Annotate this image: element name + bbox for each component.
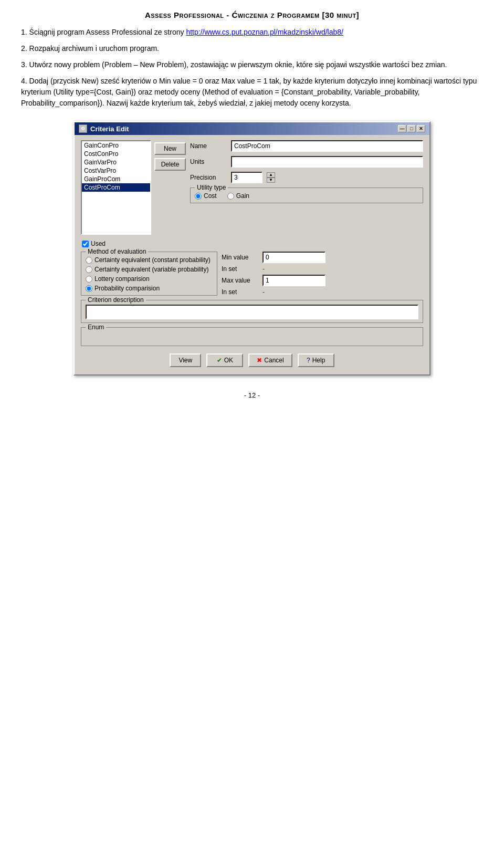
max-value-label: Max value bbox=[222, 277, 258, 284]
link-1[interactable]: http://www.cs.put.poznan.pl/mkadzinski/w… bbox=[186, 28, 343, 36]
max-value-row: Max value bbox=[222, 275, 423, 286]
minimize-button[interactable]: — bbox=[398, 125, 406, 132]
list-and-btns: GainConPro CostConPro GainVarPro CostVar… bbox=[81, 140, 186, 235]
min-value-row: Min value bbox=[222, 252, 423, 263]
item-num-3: 3. bbox=[21, 60, 27, 69]
in-set-value-2: - bbox=[262, 288, 265, 296]
instruction-item-3: 3. Utwórz nowy problem (Problem – New Pr… bbox=[21, 59, 483, 70]
in-set-label-1: In set bbox=[222, 265, 258, 273]
max-value-input[interactable] bbox=[262, 275, 326, 286]
cancel-label: Cancel bbox=[264, 357, 284, 364]
item-num-1: 1. bbox=[21, 28, 27, 36]
list-item-gainconpro[interactable]: GainConPro bbox=[82, 141, 150, 150]
precision-spinner[interactable]: ▲ ▼ bbox=[267, 172, 275, 183]
min-value-label: Min value bbox=[222, 254, 258, 261]
close-button[interactable]: ✕ bbox=[417, 125, 425, 132]
utility-gain-item: Gain bbox=[227, 192, 249, 200]
instruction-item-1: 1. Ściągnij program Assess Professional … bbox=[21, 27, 483, 38]
precision-label: Precision bbox=[190, 174, 227, 181]
utility-gain-label: Gain bbox=[236, 192, 249, 200]
enum-group: Enum bbox=[81, 327, 423, 346]
mid-row: Method of evaluation Certainty equivalen… bbox=[81, 252, 423, 296]
list-item-gainvarpro[interactable]: GainVarPro bbox=[82, 158, 150, 166]
in-set-label-2: In set bbox=[222, 288, 258, 296]
dialog-body: GainConPro CostConPro GainVarPro CostVar… bbox=[75, 135, 429, 374]
cancel-icon: ✖ bbox=[257, 357, 262, 364]
cancel-button[interactable]: ✖ Cancel bbox=[248, 353, 292, 367]
ok-icon: ✔ bbox=[217, 357, 222, 364]
dialog-titlebar: ⚙ Criteria Edit — □ ✕ bbox=[75, 122, 429, 135]
utility-type-legend: Utility type bbox=[195, 184, 228, 191]
method-option-1: Certainty equivalent (variable probabili… bbox=[86, 266, 213, 273]
new-button[interactable]: New bbox=[154, 142, 186, 155]
item-text-1: Ściągnij program Assess Professional ze … bbox=[29, 28, 186, 36]
utility-type-group: Utility type Cost Gain bbox=[190, 187, 423, 203]
item-text-4: Dodaj (przycisk New) sześć kryteriów o M… bbox=[21, 77, 477, 107]
units-row: Units bbox=[190, 156, 423, 168]
method-label-3: Probability comparision bbox=[94, 285, 160, 292]
instruction-item-2: 2. Rozpakuj archiwum i uruchom program. bbox=[21, 43, 483, 54]
units-input[interactable] bbox=[231, 156, 423, 168]
name-label: Name bbox=[190, 142, 227, 150]
dialog-wrapper: ⚙ Criteria Edit — □ ✕ GainConPro Cost bbox=[21, 121, 483, 376]
list-item-costconpro[interactable]: CostConPro bbox=[82, 150, 150, 158]
units-label: Units bbox=[190, 158, 227, 165]
view-button[interactable]: View bbox=[170, 353, 201, 367]
method-options: Certainty equivalent (constant probabili… bbox=[86, 256, 213, 292]
method-label-0: Certainty equivalent (constant probabili… bbox=[94, 256, 211, 264]
help-label: Help bbox=[312, 357, 326, 364]
name-row: Name bbox=[190, 140, 423, 152]
in-set-row-2: In set - bbox=[222, 288, 423, 296]
used-label: Used bbox=[91, 240, 106, 247]
utility-type-radio-row: Cost Gain bbox=[195, 192, 418, 200]
dialog-footer: View ✔ OK ✖ Cancel ? Help bbox=[81, 350, 423, 369]
min-value-input[interactable] bbox=[262, 252, 326, 263]
delete-button[interactable]: Delete bbox=[154, 158, 186, 171]
criteria-list[interactable]: GainConPro CostConPro GainVarPro CostVar… bbox=[81, 140, 151, 235]
enum-legend: Enum bbox=[86, 324, 106, 331]
in-set-row-1: In set - bbox=[222, 265, 423, 273]
name-input[interactable] bbox=[231, 140, 423, 152]
spinner-up[interactable]: ▲ bbox=[267, 172, 275, 178]
ok-button[interactable]: ✔ OK bbox=[206, 353, 243, 367]
method-radio-2[interactable] bbox=[86, 276, 92, 283]
utility-cost-label: Cost bbox=[204, 192, 217, 200]
criteria-edit-dialog: ⚙ Criteria Edit — □ ✕ GainConPro Cost bbox=[74, 121, 430, 376]
method-option-3: Probability comparision bbox=[86, 285, 213, 292]
criterion-desc-legend: Criterion description bbox=[86, 296, 146, 304]
list-item-costvarpro[interactable]: CostVarPro bbox=[82, 166, 150, 175]
in-set-value-1: - bbox=[262, 265, 265, 273]
precision-row: Precision ▲ ▼ bbox=[190, 172, 423, 183]
utility-cost-radio[interactable] bbox=[195, 193, 202, 200]
method-label-1: Certainty equivalent (variable probabili… bbox=[94, 266, 208, 273]
list-item-costprocom[interactable]: CostProCom bbox=[82, 183, 150, 192]
maximize-button[interactable]: □ bbox=[407, 125, 416, 132]
method-legend: Method of evaluation bbox=[86, 248, 148, 255]
dialog-icon: ⚙ bbox=[79, 124, 87, 133]
button-group: New Delete bbox=[154, 140, 186, 235]
page-title: Assess Professional - Ćwiczenia z Progra… bbox=[21, 11, 483, 19]
precision-input[interactable] bbox=[231, 172, 262, 183]
spinner-down[interactable]: ▼ bbox=[267, 178, 275, 183]
method-radio-0[interactable] bbox=[86, 257, 92, 264]
method-radio-1[interactable] bbox=[86, 266, 92, 273]
help-button[interactable]: ? Help bbox=[298, 353, 334, 367]
criterion-desc-input[interactable] bbox=[86, 305, 418, 319]
instruction-item-4: 4. Dodaj (przycisk New) sześć kryteriów … bbox=[21, 76, 483, 109]
criterion-description-group: Criterion description bbox=[81, 300, 423, 323]
titlebar-left: ⚙ Criteria Edit bbox=[79, 124, 129, 133]
used-row: Used bbox=[82, 240, 186, 247]
used-checkbox[interactable] bbox=[82, 241, 89, 247]
values-section: Min value In set - Max value In set - bbox=[222, 252, 423, 296]
dialog-main-row: GainConPro CostConPro GainVarPro CostVar… bbox=[81, 140, 423, 247]
method-label-2: Lottery comparision bbox=[94, 275, 150, 283]
list-item-gainprocom[interactable]: GainProCom bbox=[82, 175, 150, 183]
utility-gain-radio[interactable] bbox=[227, 193, 234, 200]
page-number: - 12 - bbox=[21, 391, 483, 399]
item-text-3: Utwórz nowy problem (Problem – New Probl… bbox=[29, 60, 447, 69]
titlebar-buttons: — □ ✕ bbox=[398, 125, 425, 132]
right-panel: Name Units Precision ▲ ▼ bbox=[190, 140, 423, 247]
item-num-4: 4. bbox=[21, 77, 27, 85]
utility-cost-item: Cost bbox=[195, 192, 217, 200]
method-radio-3[interactable] bbox=[86, 285, 92, 292]
